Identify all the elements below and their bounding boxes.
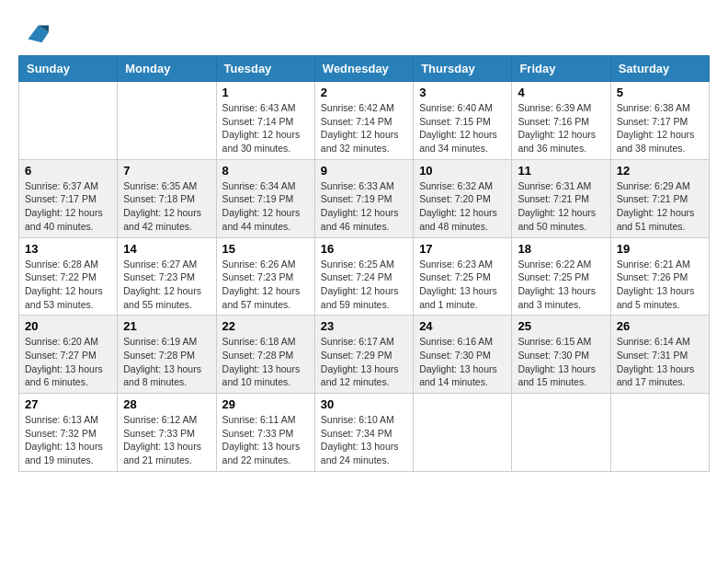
calendar-cell: 28Sunrise: 6:12 AM Sunset: 7:33 PM Dayli… (118, 394, 216, 472)
day-number: 4 (518, 86, 604, 99)
week-row-5: 27Sunrise: 6:13 AM Sunset: 7:32 PM Dayli… (19, 394, 710, 472)
calendar-cell: 18Sunrise: 6:22 AM Sunset: 7:25 PM Dayli… (512, 237, 610, 316)
calendar-cell: 5Sunrise: 6:38 AM Sunset: 7:17 PM Daylig… (610, 82, 709, 160)
calendar-cell: 2Sunrise: 6:42 AM Sunset: 7:14 PM Daylig… (314, 82, 413, 160)
day-info: Sunrise: 6:40 AM Sunset: 7:15 PM Dayligh… (419, 101, 506, 155)
header-sunday: Sunday (19, 56, 118, 82)
calendar-cell: 9Sunrise: 6:33 AM Sunset: 7:19 PM Daylig… (314, 159, 413, 237)
day-info: Sunrise: 6:42 AM Sunset: 7:14 PM Dayligh… (321, 101, 407, 155)
header-wednesday: Wednesday (314, 56, 413, 82)
header-monday: Monday (118, 56, 216, 82)
header-saturday: Saturday (610, 56, 709, 82)
week-row-1: 1Sunrise: 6:43 AM Sunset: 7:14 PM Daylig… (19, 82, 710, 160)
calendar-cell: 11Sunrise: 6:31 AM Sunset: 7:21 PM Dayli… (512, 159, 610, 237)
day-number: 21 (123, 319, 210, 333)
header-thursday: Thursday (414, 56, 512, 82)
calendar-cell (610, 394, 709, 472)
day-info: Sunrise: 6:18 AM Sunset: 7:28 PM Dayligh… (222, 335, 309, 389)
day-number: 2 (321, 86, 407, 99)
day-number: 7 (123, 164, 210, 178)
calendar-cell: 16Sunrise: 6:25 AM Sunset: 7:24 PM Dayli… (314, 237, 413, 316)
day-info: Sunrise: 6:31 AM Sunset: 7:21 PM Dayligh… (518, 179, 604, 234)
day-number: 3 (419, 86, 506, 99)
day-number: 13 (25, 242, 111, 256)
calendar-table: SundayMondayTuesdayWednesdayThursdayFrid… (18, 55, 710, 472)
day-number: 26 (617, 319, 703, 333)
calendar-cell (414, 394, 512, 472)
day-info: Sunrise: 6:17 AM Sunset: 7:29 PM Dayligh… (321, 335, 407, 389)
day-number: 25 (518, 319, 604, 333)
day-number: 10 (419, 164, 506, 178)
day-info: Sunrise: 6:25 AM Sunset: 7:24 PM Dayligh… (321, 258, 407, 312)
day-info: Sunrise: 6:27 AM Sunset: 7:23 PM Dayligh… (123, 258, 210, 312)
day-number: 6 (25, 164, 111, 178)
calendar-cell: 12Sunrise: 6:29 AM Sunset: 7:21 PM Dayli… (610, 159, 709, 237)
day-info: Sunrise: 6:23 AM Sunset: 7:25 PM Dayligh… (419, 258, 506, 312)
day-info: Sunrise: 6:35 AM Sunset: 7:18 PM Dayligh… (123, 179, 210, 234)
day-number: 28 (123, 397, 210, 411)
calendar-cell (118, 82, 216, 160)
logo (18, 18, 49, 46)
calendar-cell: 4Sunrise: 6:39 AM Sunset: 7:16 PM Daylig… (512, 82, 610, 160)
week-row-4: 20Sunrise: 6:20 AM Sunset: 7:27 PM Dayli… (19, 316, 710, 394)
day-number: 19 (617, 242, 703, 256)
day-info: Sunrise: 6:33 AM Sunset: 7:19 PM Dayligh… (321, 179, 407, 234)
calendar-cell: 14Sunrise: 6:27 AM Sunset: 7:23 PM Dayli… (118, 237, 216, 316)
day-info: Sunrise: 6:38 AM Sunset: 7:17 PM Dayligh… (617, 101, 703, 155)
day-number: 16 (321, 242, 407, 256)
calendar-cell: 1Sunrise: 6:43 AM Sunset: 7:14 PM Daylig… (216, 82, 314, 160)
calendar-cell: 13Sunrise: 6:28 AM Sunset: 7:22 PM Dayli… (19, 237, 118, 316)
day-info: Sunrise: 6:34 AM Sunset: 7:19 PM Dayligh… (222, 179, 309, 234)
day-info: Sunrise: 6:11 AM Sunset: 7:33 PM Dayligh… (222, 413, 309, 467)
calendar-cell: 30Sunrise: 6:10 AM Sunset: 7:34 PM Dayli… (314, 394, 413, 472)
day-number: 24 (419, 319, 506, 333)
day-info: Sunrise: 6:12 AM Sunset: 7:33 PM Dayligh… (123, 413, 210, 467)
calendar-cell: 25Sunrise: 6:15 AM Sunset: 7:30 PM Dayli… (512, 316, 610, 394)
calendar-cell: 8Sunrise: 6:34 AM Sunset: 7:19 PM Daylig… (216, 159, 314, 237)
day-number: 8 (222, 164, 309, 178)
day-info: Sunrise: 6:13 AM Sunset: 7:32 PM Dayligh… (25, 413, 111, 467)
day-number: 1 (222, 86, 309, 99)
header-friday: Friday (512, 56, 610, 82)
day-number: 12 (617, 164, 703, 178)
day-info: Sunrise: 6:19 AM Sunset: 7:28 PM Dayligh… (123, 335, 210, 389)
day-info: Sunrise: 6:43 AM Sunset: 7:14 PM Dayligh… (222, 101, 309, 155)
day-number: 14 (123, 242, 210, 256)
calendar-cell: 20Sunrise: 6:20 AM Sunset: 7:27 PM Dayli… (19, 316, 118, 394)
calendar-cell: 7Sunrise: 6:35 AM Sunset: 7:18 PM Daylig… (118, 159, 216, 237)
day-number: 27 (25, 397, 111, 411)
day-number: 23 (321, 319, 407, 333)
day-info: Sunrise: 6:29 AM Sunset: 7:21 PM Dayligh… (617, 179, 703, 234)
day-number: 5 (617, 86, 703, 99)
day-number: 29 (222, 397, 309, 411)
day-info: Sunrise: 6:28 AM Sunset: 7:22 PM Dayligh… (25, 258, 111, 312)
day-number: 18 (518, 242, 604, 256)
logo-icon (21, 18, 49, 46)
day-info: Sunrise: 6:10 AM Sunset: 7:34 PM Dayligh… (321, 413, 407, 467)
calendar-cell: 24Sunrise: 6:16 AM Sunset: 7:30 PM Dayli… (414, 316, 512, 394)
day-number: 11 (518, 164, 604, 178)
calendar-cell: 6Sunrise: 6:37 AM Sunset: 7:17 PM Daylig… (19, 159, 118, 237)
calendar-cell: 26Sunrise: 6:14 AM Sunset: 7:31 PM Dayli… (610, 316, 709, 394)
calendar-cell: 15Sunrise: 6:26 AM Sunset: 7:23 PM Dayli… (216, 237, 314, 316)
week-row-2: 6Sunrise: 6:37 AM Sunset: 7:17 PM Daylig… (19, 159, 710, 237)
calendar-cell: 10Sunrise: 6:32 AM Sunset: 7:20 PM Dayli… (414, 159, 512, 237)
day-info: Sunrise: 6:15 AM Sunset: 7:30 PM Dayligh… (518, 335, 604, 389)
day-info: Sunrise: 6:26 AM Sunset: 7:23 PM Dayligh… (222, 258, 309, 312)
calendar-cell: 3Sunrise: 6:40 AM Sunset: 7:15 PM Daylig… (414, 82, 512, 160)
day-info: Sunrise: 6:20 AM Sunset: 7:27 PM Dayligh… (25, 335, 111, 389)
day-info: Sunrise: 6:32 AM Sunset: 7:20 PM Dayligh… (419, 179, 506, 234)
day-info: Sunrise: 6:21 AM Sunset: 7:26 PM Dayligh… (617, 258, 703, 312)
header-row: SundayMondayTuesdayWednesdayThursdayFrid… (19, 56, 710, 82)
calendar-cell: 19Sunrise: 6:21 AM Sunset: 7:26 PM Dayli… (610, 237, 709, 316)
day-number: 17 (419, 242, 506, 256)
calendar-cell: 23Sunrise: 6:17 AM Sunset: 7:29 PM Dayli… (314, 316, 413, 394)
calendar-cell: 22Sunrise: 6:18 AM Sunset: 7:28 PM Dayli… (216, 316, 314, 394)
day-number: 9 (321, 164, 407, 178)
calendar-cell: 17Sunrise: 6:23 AM Sunset: 7:25 PM Dayli… (414, 237, 512, 316)
day-info: Sunrise: 6:39 AM Sunset: 7:16 PM Dayligh… (518, 101, 604, 155)
calendar-cell: 21Sunrise: 6:19 AM Sunset: 7:28 PM Dayli… (118, 316, 216, 394)
calendar-cell: 27Sunrise: 6:13 AM Sunset: 7:32 PM Dayli… (19, 394, 118, 472)
day-info: Sunrise: 6:22 AM Sunset: 7:25 PM Dayligh… (518, 258, 604, 312)
page-header (18, 18, 710, 46)
